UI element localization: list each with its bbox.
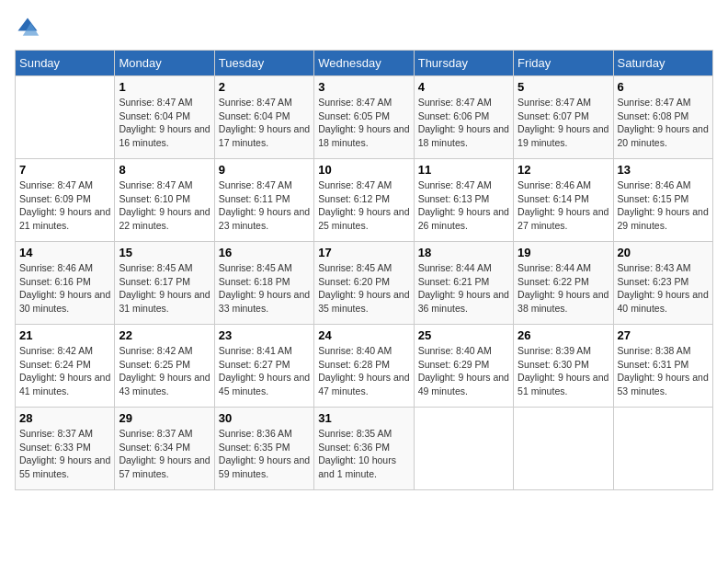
cell-info: Sunrise: 8:45 AM Sunset: 6:20 PM Dayligh… (318, 261, 409, 316)
day-number: 14 (19, 246, 110, 259)
calendar-cell: 31Sunrise: 8:35 AM Sunset: 6:36 PM Dayli… (314, 408, 414, 490)
calendar-cell: 8Sunrise: 8:47 AM Sunset: 6:10 PM Daylig… (115, 159, 214, 242)
calendar-cell: 27Sunrise: 8:38 AM Sunset: 6:31 PM Dayli… (613, 325, 712, 408)
cell-info: Sunrise: 8:47 AM Sunset: 6:08 PM Dayligh… (618, 96, 709, 150)
calendar-cell: 20Sunrise: 8:43 AM Sunset: 6:23 PM Dayli… (613, 242, 712, 325)
cell-info: Sunrise: 8:42 AM Sunset: 6:25 PM Dayligh… (119, 344, 210, 398)
cell-info: Sunrise: 8:46 AM Sunset: 6:14 PM Dayligh… (518, 178, 609, 233)
cell-info: Sunrise: 8:44 AM Sunset: 6:22 PM Dayligh… (518, 261, 609, 316)
calendar-cell (613, 408, 712, 490)
cell-info: Sunrise: 8:37 AM Sunset: 6:33 PM Dayligh… (19, 427, 110, 481)
cell-info: Sunrise: 8:45 AM Sunset: 6:17 PM Dayligh… (119, 261, 210, 316)
cell-info: Sunrise: 8:37 AM Sunset: 6:34 PM Dayligh… (119, 427, 210, 481)
cell-info: Sunrise: 8:47 AM Sunset: 6:12 PM Dayligh… (318, 178, 409, 233)
day-number: 6 (618, 80, 709, 94)
header-saturday: Saturday (613, 51, 712, 76)
day-number: 26 (518, 328, 609, 342)
cell-info: Sunrise: 8:42 AM Sunset: 6:24 PM Dayligh… (19, 344, 110, 398)
cell-info: Sunrise: 8:41 AM Sunset: 6:27 PM Dayligh… (219, 344, 310, 398)
day-number: 31 (318, 411, 409, 425)
cell-info: Sunrise: 8:47 AM Sunset: 6:04 PM Dayligh… (219, 96, 310, 150)
cell-info: Sunrise: 8:47 AM Sunset: 6:05 PM Dayligh… (318, 96, 409, 150)
day-number: 16 (219, 246, 310, 259)
day-number: 7 (19, 163, 110, 177)
calendar-week-row: 1Sunrise: 8:47 AM Sunset: 6:04 PM Daylig… (16, 76, 713, 159)
calendar-cell: 1Sunrise: 8:47 AM Sunset: 6:04 PM Daylig… (115, 76, 214, 159)
header-sunday: Sunday (16, 51, 115, 76)
day-number: 5 (518, 80, 609, 94)
header-friday: Friday (514, 51, 613, 76)
calendar-cell: 18Sunrise: 8:44 AM Sunset: 6:21 PM Dayli… (414, 242, 513, 325)
calendar-cell: 14Sunrise: 8:46 AM Sunset: 6:16 PM Dayli… (16, 242, 115, 325)
calendar-cell: 2Sunrise: 8:47 AM Sunset: 6:04 PM Daylig… (214, 76, 313, 159)
calendar-cell (514, 408, 613, 490)
calendar-cell: 29Sunrise: 8:37 AM Sunset: 6:34 PM Dayli… (115, 408, 214, 490)
calendar-cell (16, 76, 115, 159)
calendar-cell (414, 408, 513, 490)
day-number: 27 (618, 328, 709, 342)
calendar-cell: 23Sunrise: 8:41 AM Sunset: 6:27 PM Dayli… (214, 325, 313, 408)
calendar-cell: 22Sunrise: 8:42 AM Sunset: 6:25 PM Dayli… (115, 325, 214, 408)
day-number: 8 (119, 163, 210, 177)
cell-info: Sunrise: 8:47 AM Sunset: 6:04 PM Dayligh… (119, 96, 210, 150)
day-number: 21 (19, 328, 110, 342)
calendar-cell: 24Sunrise: 8:40 AM Sunset: 6:28 PM Dayli… (314, 325, 414, 408)
cell-info: Sunrise: 8:47 AM Sunset: 6:09 PM Dayligh… (19, 178, 110, 233)
day-number: 2 (219, 80, 310, 94)
calendar-cell: 4Sunrise: 8:47 AM Sunset: 6:06 PM Daylig… (414, 76, 513, 159)
cell-info: Sunrise: 8:35 AM Sunset: 6:36 PM Dayligh… (318, 427, 409, 481)
calendar-cell: 6Sunrise: 8:47 AM Sunset: 6:08 PM Daylig… (613, 76, 712, 159)
calendar-cell: 21Sunrise: 8:42 AM Sunset: 6:24 PM Dayli… (16, 325, 115, 408)
cell-info: Sunrise: 8:46 AM Sunset: 6:15 PM Dayligh… (618, 178, 709, 233)
cell-info: Sunrise: 8:47 AM Sunset: 6:10 PM Dayligh… (119, 178, 210, 233)
day-number: 15 (119, 246, 210, 259)
day-number: 3 (318, 80, 409, 94)
day-number: 30 (219, 411, 310, 425)
day-number: 24 (318, 328, 409, 342)
day-number: 13 (618, 163, 709, 177)
day-number: 4 (418, 80, 509, 94)
header-monday: Monday (115, 51, 214, 76)
day-number: 29 (119, 411, 210, 425)
calendar-cell: 5Sunrise: 8:47 AM Sunset: 6:07 PM Daylig… (514, 76, 613, 159)
cell-info: Sunrise: 8:38 AM Sunset: 6:31 PM Dayligh… (618, 344, 709, 398)
cell-info: Sunrise: 8:47 AM Sunset: 6:06 PM Dayligh… (418, 96, 509, 150)
cell-info: Sunrise: 8:39 AM Sunset: 6:30 PM Dayligh… (518, 344, 609, 398)
logo-icon (15, 15, 40, 40)
page-header (15, 15, 713, 40)
day-number: 28 (19, 411, 110, 425)
calendar-cell: 9Sunrise: 8:47 AM Sunset: 6:11 PM Daylig… (214, 159, 313, 242)
calendar-cell: 3Sunrise: 8:47 AM Sunset: 6:05 PM Daylig… (314, 76, 414, 159)
calendar-cell: 7Sunrise: 8:47 AM Sunset: 6:09 PM Daylig… (16, 159, 115, 242)
calendar-week-row: 7Sunrise: 8:47 AM Sunset: 6:09 PM Daylig… (16, 159, 713, 242)
cell-info: Sunrise: 8:47 AM Sunset: 6:11 PM Dayligh… (219, 178, 310, 233)
calendar-header-row: SundayMondayTuesdayWednesdayThursdayFrid… (16, 51, 713, 76)
day-number: 19 (518, 246, 609, 259)
calendar-week-row: 14Sunrise: 8:46 AM Sunset: 6:16 PM Dayli… (16, 242, 713, 325)
logo (15, 15, 44, 40)
day-number: 18 (418, 246, 509, 259)
calendar-cell: 16Sunrise: 8:45 AM Sunset: 6:18 PM Dayli… (214, 242, 313, 325)
header-tuesday: Tuesday (214, 51, 313, 76)
calendar-cell: 15Sunrise: 8:45 AM Sunset: 6:17 PM Dayli… (115, 242, 214, 325)
cell-info: Sunrise: 8:40 AM Sunset: 6:28 PM Dayligh… (318, 344, 409, 398)
header-wednesday: Wednesday (314, 51, 414, 76)
day-number: 17 (318, 246, 409, 259)
calendar-cell: 17Sunrise: 8:45 AM Sunset: 6:20 PM Dayli… (314, 242, 414, 325)
calendar-cell: 26Sunrise: 8:39 AM Sunset: 6:30 PM Dayli… (514, 325, 613, 408)
calendar-week-row: 28Sunrise: 8:37 AM Sunset: 6:33 PM Dayli… (16, 408, 713, 490)
day-number: 20 (618, 246, 709, 259)
calendar-cell: 30Sunrise: 8:36 AM Sunset: 6:35 PM Dayli… (214, 408, 313, 490)
cell-info: Sunrise: 8:43 AM Sunset: 6:23 PM Dayligh… (618, 261, 709, 316)
cell-info: Sunrise: 8:46 AM Sunset: 6:16 PM Dayligh… (19, 261, 110, 316)
calendar-week-row: 21Sunrise: 8:42 AM Sunset: 6:24 PM Dayli… (16, 325, 713, 408)
day-number: 23 (219, 328, 310, 342)
calendar-table: SundayMondayTuesdayWednesdayThursdayFrid… (15, 50, 713, 490)
cell-info: Sunrise: 8:36 AM Sunset: 6:35 PM Dayligh… (219, 427, 310, 481)
calendar-cell: 11Sunrise: 8:47 AM Sunset: 6:13 PM Dayli… (414, 159, 513, 242)
header-thursday: Thursday (414, 51, 513, 76)
calendar-cell: 12Sunrise: 8:46 AM Sunset: 6:14 PM Dayli… (514, 159, 613, 242)
day-number: 11 (418, 163, 509, 177)
cell-info: Sunrise: 8:47 AM Sunset: 6:13 PM Dayligh… (418, 178, 509, 233)
calendar-cell: 28Sunrise: 8:37 AM Sunset: 6:33 PM Dayli… (16, 408, 115, 490)
